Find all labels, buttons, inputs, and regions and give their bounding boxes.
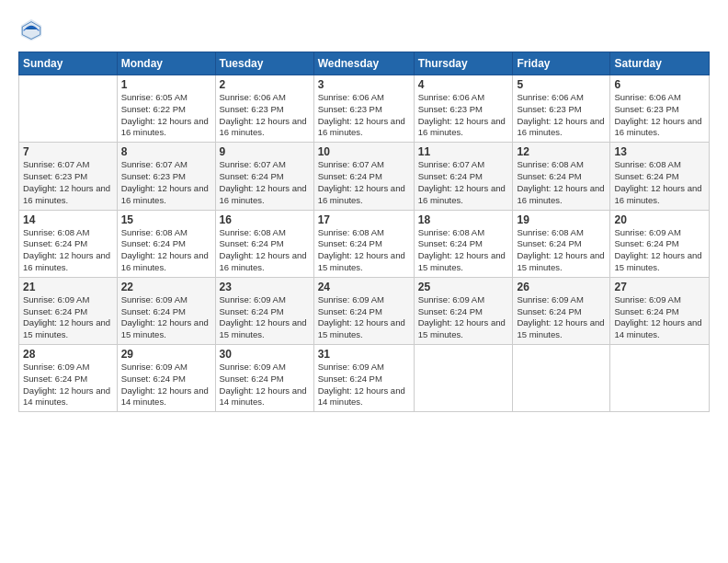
day-number: 23 (220, 281, 310, 293)
day-info: Sunrise: 6:09 AM Sunset: 6:24 PM Dayligh… (614, 227, 705, 274)
table-cell (414, 345, 513, 412)
day-info: Sunrise: 6:08 AM Sunset: 6:24 PM Dayligh… (517, 159, 606, 206)
day-number: 7 (23, 145, 113, 158)
week-row-3: 14Sunrise: 6:08 AM Sunset: 6:24 PM Dayli… (19, 210, 710, 277)
table-cell: 21Sunrise: 6:09 AM Sunset: 6:24 PM Dayli… (19, 277, 118, 344)
day-info: Sunrise: 6:05 AM Sunset: 6:22 PM Dayligh… (121, 92, 211, 139)
day-number: 11 (418, 145, 509, 158)
table-cell (19, 75, 118, 143)
day-info: Sunrise: 6:06 AM Sunset: 6:23 PM Dayligh… (614, 92, 705, 139)
table-cell: 16Sunrise: 6:08 AM Sunset: 6:24 PM Dayli… (215, 210, 313, 277)
day-number: 13 (614, 145, 705, 158)
day-info: Sunrise: 6:08 AM Sunset: 6:24 PM Dayligh… (220, 227, 310, 274)
table-cell: 19Sunrise: 6:08 AM Sunset: 6:24 PM Dayli… (513, 210, 610, 277)
table-cell: 26Sunrise: 6:09 AM Sunset: 6:24 PM Dayli… (513, 277, 610, 344)
week-row-4: 21Sunrise: 6:09 AM Sunset: 6:24 PM Dayli… (19, 277, 710, 344)
week-row-2: 7Sunrise: 6:07 AM Sunset: 6:23 PM Daylig… (19, 143, 710, 210)
day-number: 5 (517, 78, 606, 91)
day-number: 17 (318, 213, 410, 226)
day-info: Sunrise: 6:09 AM Sunset: 6:24 PM Dayligh… (220, 362, 310, 408)
table-cell: 1Sunrise: 6:05 AM Sunset: 6:22 PM Daylig… (117, 75, 215, 143)
logo (18, 17, 48, 42)
day-info: Sunrise: 6:06 AM Sunset: 6:23 PM Dayligh… (418, 92, 509, 139)
week-row-1: 1Sunrise: 6:05 AM Sunset: 6:22 PM Daylig… (19, 75, 710, 143)
table-cell: 7Sunrise: 6:07 AM Sunset: 6:23 PM Daylig… (19, 143, 118, 210)
day-number: 18 (418, 213, 509, 226)
day-number: 2 (220, 78, 310, 91)
table-cell: 31Sunrise: 6:09 AM Sunset: 6:24 PM Dayli… (313, 345, 414, 412)
day-info: Sunrise: 6:07 AM Sunset: 6:24 PM Dayligh… (418, 159, 509, 206)
page: Sunday Monday Tuesday Wednesday Thursday… (0, 0, 728, 563)
table-cell: 17Sunrise: 6:08 AM Sunset: 6:24 PM Dayli… (313, 210, 414, 277)
table-cell: 28Sunrise: 6:09 AM Sunset: 6:24 PM Dayli… (19, 345, 118, 412)
day-info: Sunrise: 6:07 AM Sunset: 6:24 PM Dayligh… (318, 159, 410, 206)
day-number: 19 (517, 213, 606, 226)
day-info: Sunrise: 6:08 AM Sunset: 6:24 PM Dayligh… (121, 227, 211, 274)
col-saturday: Saturday (610, 52, 710, 75)
table-cell: 14Sunrise: 6:08 AM Sunset: 6:24 PM Dayli… (19, 210, 118, 277)
col-sunday: Sunday (19, 52, 118, 75)
table-cell: 4Sunrise: 6:06 AM Sunset: 6:23 PM Daylig… (414, 75, 513, 143)
day-number: 30 (220, 348, 310, 361)
table-cell: 25Sunrise: 6:09 AM Sunset: 6:24 PM Dayli… (414, 277, 513, 344)
day-number: 26 (517, 281, 606, 293)
day-info: Sunrise: 6:08 AM Sunset: 6:24 PM Dayligh… (318, 227, 410, 274)
day-info: Sunrise: 6:08 AM Sunset: 6:24 PM Dayligh… (418, 227, 509, 274)
table-cell: 12Sunrise: 6:08 AM Sunset: 6:24 PM Dayli… (513, 143, 610, 210)
day-info: Sunrise: 6:09 AM Sunset: 6:24 PM Dayligh… (121, 362, 211, 408)
day-number: 29 (121, 348, 211, 361)
table-cell: 5Sunrise: 6:06 AM Sunset: 6:23 PM Daylig… (513, 75, 610, 143)
table-cell: 29Sunrise: 6:09 AM Sunset: 6:24 PM Dayli… (117, 345, 215, 412)
day-info: Sunrise: 6:07 AM Sunset: 6:23 PM Dayligh… (23, 159, 113, 206)
table-cell: 8Sunrise: 6:07 AM Sunset: 6:23 PM Daylig… (117, 143, 215, 210)
day-number: 14 (23, 213, 113, 226)
day-number: 22 (121, 281, 211, 293)
day-info: Sunrise: 6:09 AM Sunset: 6:24 PM Dayligh… (318, 294, 410, 341)
day-number: 6 (614, 78, 705, 91)
day-number: 16 (220, 213, 310, 226)
table-cell: 27Sunrise: 6:09 AM Sunset: 6:24 PM Dayli… (610, 277, 710, 344)
day-info: Sunrise: 6:09 AM Sunset: 6:24 PM Dayligh… (418, 294, 509, 341)
col-tuesday: Tuesday (215, 52, 313, 75)
calendar-table: Sunday Monday Tuesday Wednesday Thursday… (18, 52, 710, 412)
day-info: Sunrise: 6:07 AM Sunset: 6:24 PM Dayligh… (220, 159, 310, 206)
day-number: 9 (220, 145, 310, 158)
day-number: 12 (517, 145, 606, 158)
table-cell: 23Sunrise: 6:09 AM Sunset: 6:24 PM Dayli… (215, 277, 313, 344)
day-info: Sunrise: 6:09 AM Sunset: 6:24 PM Dayligh… (23, 362, 113, 408)
table-cell: 10Sunrise: 6:07 AM Sunset: 6:24 PM Dayli… (313, 143, 414, 210)
day-info: Sunrise: 6:08 AM Sunset: 6:24 PM Dayligh… (23, 227, 113, 274)
day-number: 15 (121, 213, 211, 226)
day-number: 8 (121, 145, 211, 158)
day-info: Sunrise: 6:06 AM Sunset: 6:23 PM Dayligh… (220, 92, 310, 139)
col-friday: Friday (513, 52, 610, 75)
table-cell: 30Sunrise: 6:09 AM Sunset: 6:24 PM Dayli… (215, 345, 313, 412)
day-info: Sunrise: 6:06 AM Sunset: 6:23 PM Dayligh… (318, 92, 410, 139)
col-thursday: Thursday (414, 52, 513, 75)
day-number: 4 (418, 78, 509, 91)
table-cell: 11Sunrise: 6:07 AM Sunset: 6:24 PM Dayli… (414, 143, 513, 210)
table-cell: 2Sunrise: 6:06 AM Sunset: 6:23 PM Daylig… (215, 75, 313, 143)
table-cell: 9Sunrise: 6:07 AM Sunset: 6:24 PM Daylig… (215, 143, 313, 210)
table-cell: 22Sunrise: 6:09 AM Sunset: 6:24 PM Dayli… (117, 277, 215, 344)
logo-icon (18, 17, 44, 42)
day-number: 20 (614, 213, 705, 226)
col-wednesday: Wednesday (313, 52, 414, 75)
day-number: 25 (418, 281, 509, 293)
day-info: Sunrise: 6:09 AM Sunset: 6:24 PM Dayligh… (614, 294, 705, 341)
day-info: Sunrise: 6:09 AM Sunset: 6:24 PM Dayligh… (121, 294, 211, 341)
day-info: Sunrise: 6:09 AM Sunset: 6:24 PM Dayligh… (517, 294, 606, 341)
table-cell: 20Sunrise: 6:09 AM Sunset: 6:24 PM Dayli… (610, 210, 710, 277)
header (18, 17, 710, 42)
day-number: 24 (318, 281, 410, 293)
day-info: Sunrise: 6:09 AM Sunset: 6:24 PM Dayligh… (318, 362, 410, 408)
day-number: 28 (23, 348, 113, 361)
table-cell (610, 345, 710, 412)
day-info: Sunrise: 6:09 AM Sunset: 6:24 PM Dayligh… (23, 294, 113, 341)
table-cell: 18Sunrise: 6:08 AM Sunset: 6:24 PM Dayli… (414, 210, 513, 277)
day-info: Sunrise: 6:06 AM Sunset: 6:23 PM Dayligh… (517, 92, 606, 139)
table-cell (513, 345, 610, 412)
table-cell: 15Sunrise: 6:08 AM Sunset: 6:24 PM Dayli… (117, 210, 215, 277)
calendar-header-row: Sunday Monday Tuesday Wednesday Thursday… (19, 52, 710, 75)
day-info: Sunrise: 6:08 AM Sunset: 6:24 PM Dayligh… (614, 159, 705, 206)
